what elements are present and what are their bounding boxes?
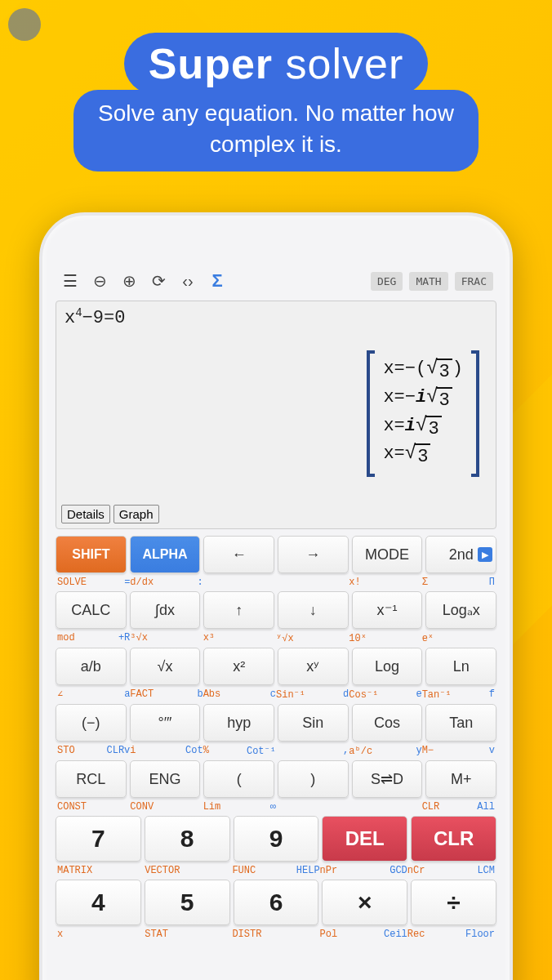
key-hint: aᵇ/cy (349, 745, 421, 757)
details-button[interactable]: Details (61, 505, 110, 523)
key-hint: Lim∞ (203, 801, 276, 813)
key-sd[interactable]: S⇌D (352, 760, 423, 798)
calc-toolbar: ☰ ⊖ ⊕ ⟳ ‹› Σ DEG MATH FRAC (56, 265, 496, 301)
key-hint: ³√x (130, 632, 203, 644)
hero-title: Super solver (124, 33, 429, 95)
key-cos[interactable]: Cos (352, 704, 423, 742)
key-ln[interactable]: Ln (425, 648, 496, 685)
key-5[interactable]: 5 (145, 880, 230, 925)
key-hint (349, 801, 421, 813)
key-4[interactable]: 4 (56, 880, 141, 925)
key-hint: VECTOR (145, 865, 232, 876)
zoom-in-icon[interactable]: ⊕ (118, 270, 140, 292)
key-[interactable]: × (322, 880, 407, 925)
key-hint: M−v (422, 745, 495, 757)
key-hint: mod+R (57, 632, 130, 644)
solution-row: x=√3 (383, 442, 463, 470)
key-6[interactable]: 6 (234, 880, 319, 925)
key-hint: DISTR (232, 929, 319, 940)
key-[interactable]: ) (278, 760, 349, 798)
key-right[interactable]: → (278, 536, 349, 573)
key-x[interactable]: x² (203, 648, 274, 685)
key-log[interactable]: Log (352, 648, 423, 685)
hero-subtitle: Solve any equation. No matter how comple… (73, 90, 479, 172)
key-[interactable]: °′″ (130, 704, 201, 742)
solution-row: x=−i√3 (383, 385, 463, 414)
key-hint (276, 801, 349, 813)
key-x[interactable]: x⁻¹ (352, 591, 423, 629)
key-hint: ∠a (57, 688, 130, 701)
key-hint: nPrGCD (320, 865, 407, 876)
key-[interactable]: ↓ (278, 591, 349, 629)
key-hint: Cos⁻¹e (349, 688, 421, 701)
key-left[interactable]: ← (203, 536, 274, 573)
key-hint: x (57, 929, 145, 940)
key-calc[interactable]: CALC (56, 591, 127, 629)
key-hint: Tan⁻¹f (422, 688, 495, 701)
key-hint (276, 577, 349, 588)
key-hint: ΣΠ (422, 577, 495, 588)
hero-banner: Super solver Solve any equation. No matt… (0, 0, 552, 172)
key-rcl[interactable]: RCL (56, 760, 127, 798)
key-[interactable]: ( (203, 760, 274, 798)
key-hint: FUNCHELP (232, 865, 319, 876)
keypad: SHIFT ALPHA ← → MODE 2nd▶ SOLVE=d/dx:x!Σ… (56, 536, 496, 942)
key-dx[interactable]: ∫dx (130, 591, 201, 629)
key-mode[interactable]: MODE (352, 536, 423, 573)
key-7[interactable]: 7 (56, 816, 141, 862)
key-alpha[interactable]: ALPHA (130, 536, 201, 573)
solution-row: x=i√3 (383, 414, 463, 443)
key-hint: RecFloor (407, 929, 495, 940)
hero-title-bold: Super (149, 40, 273, 87)
key-hint: %Cot⁻¹ (203, 745, 276, 757)
key-ab[interactable]: a/b (56, 648, 127, 685)
key-hint: CLRAll (422, 801, 495, 813)
key-m[interactable]: M+ (425, 760, 496, 798)
eq-rest: −9=0 (82, 308, 126, 328)
key-hint: CONST (57, 801, 130, 813)
key-hint: nCrLCM (407, 865, 495, 876)
key-2nd[interactable]: 2nd▶ (425, 536, 496, 573)
key-hint: FACTb (130, 688, 203, 701)
key-x[interactable]: xʸ (278, 648, 349, 685)
mode-frac[interactable]: FRAC (455, 272, 493, 291)
key-hint: Sin⁻¹d (276, 688, 349, 701)
key-hint: PolCeil (320, 929, 407, 940)
key-tan[interactable]: Tan (425, 704, 496, 742)
key-hint: STOCLRv (57, 745, 130, 757)
key-hint: ʸ√x (276, 632, 349, 644)
mode-deg[interactable]: DEG (371, 272, 403, 291)
key-eng[interactable]: ENG (130, 760, 201, 798)
solution-matrix: x=−(√3)x=−i√3x=i√3x=√3 (367, 350, 479, 477)
key-hint: 10ˣ (349, 632, 421, 644)
key-hint: , (276, 745, 349, 757)
key-hint: eˣ (422, 632, 495, 644)
key-hyp[interactable]: hyp (203, 704, 274, 742)
graph-button[interactable]: Graph (114, 505, 159, 523)
hero-title-light: solver (273, 40, 403, 87)
menu-icon[interactable]: ☰ (59, 270, 82, 292)
key-del[interactable]: DEL (322, 816, 407, 862)
key-x[interactable]: √x (130, 648, 201, 685)
key-hint: Absc (203, 688, 276, 701)
equation-input[interactable]: x4−9=0 (65, 306, 487, 328)
key-[interactable]: ↑ (203, 591, 274, 629)
key-clr[interactable]: CLR (411, 816, 496, 862)
refresh-icon[interactable]: ⟳ (147, 270, 170, 292)
key-[interactable]: ÷ (411, 880, 496, 925)
key-hint: MATRIX (57, 865, 145, 876)
key-8[interactable]: 8 (145, 816, 230, 862)
mode-math[interactable]: MATH (409, 272, 447, 291)
solution-row: x=−(√3) (383, 357, 463, 385)
sigma-icon[interactable]: Σ (206, 270, 229, 292)
code-icon[interactable]: ‹› (176, 270, 199, 292)
key-hint: CONV (130, 801, 203, 813)
key-sin[interactable]: Sin (278, 704, 349, 742)
key-shift[interactable]: SHIFT (56, 536, 127, 573)
key-[interactable]: (−) (56, 704, 127, 742)
key-hint: SOLVE= (57, 577, 130, 588)
zoom-out-icon[interactable]: ⊖ (88, 270, 111, 292)
key-9[interactable]: 9 (234, 816, 319, 862)
key-logx[interactable]: Logₐx (425, 591, 496, 629)
key-hint (203, 577, 276, 588)
